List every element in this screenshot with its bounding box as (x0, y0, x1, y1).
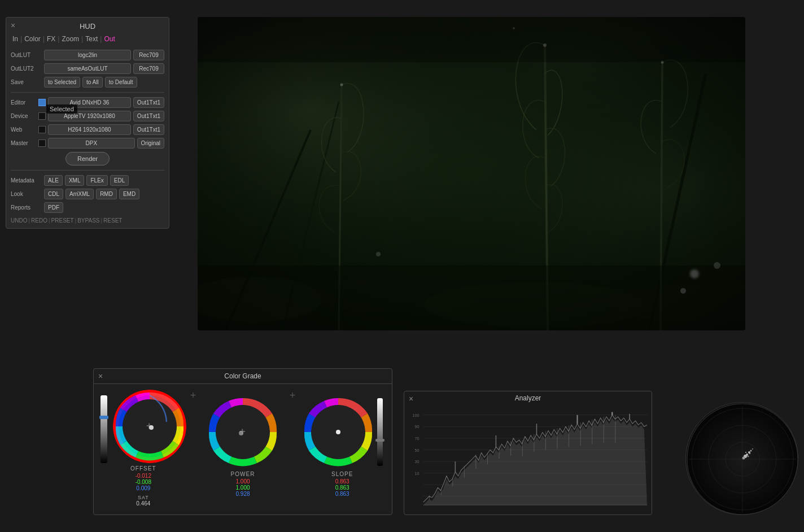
look-label: Look (11, 191, 42, 197)
save-to-default-button[interactable]: to Default (105, 77, 137, 88)
close-color-grade-icon[interactable]: × (98, 372, 103, 381)
svg-point-85 (745, 452, 746, 453)
svg-point-83 (750, 450, 752, 452)
master-txt-btn[interactable]: Original (137, 138, 164, 149)
device-txt-btn[interactable]: Out1Txt1 (133, 111, 164, 121)
editor-txt-btn[interactable]: Out1Txt1 (133, 97, 164, 108)
slope-wheel-container: SLOPE 0.863 0.863 0.863 (298, 390, 386, 497)
metadata-row: Metadata ALE XML FLEx EDL (11, 175, 164, 186)
tab-text[interactable]: Text (84, 34, 99, 44)
power-wheel-container: + POWER 1.000 1.000 0.928 (199, 390, 287, 497)
svg-point-28 (149, 425, 154, 430)
save-row: Save to Selected to All to Default (11, 77, 164, 88)
device-label: Device (11, 113, 36, 119)
slope-color-wheel[interactable] (302, 395, 375, 469)
tab-out[interactable]: Out (102, 34, 116, 44)
power-values: 1.000 1.000 0.928 (235, 478, 250, 497)
tab-zoom[interactable]: Zoom (60, 34, 81, 44)
web-txt-btn[interactable]: Out1Txt1 (133, 124, 164, 135)
xml-btn[interactable]: XML (65, 175, 85, 186)
tab-color[interactable]: Color (23, 34, 42, 44)
save-to-all-button[interactable]: to All (82, 77, 103, 88)
tab-in[interactable]: In (11, 34, 20, 44)
cdl-btn[interactable]: CDL (44, 189, 63, 199)
emd-btn[interactable]: EMD (119, 189, 139, 199)
out-lut-rec709-btn[interactable]: Rec709 (133, 50, 164, 60)
out-lut2-rec709-btn[interactable]: Rec709 (133, 63, 164, 74)
web-format-btn[interactable]: H264 1920x1080 (48, 124, 131, 135)
device-row: Device AppleTV 1920x1080 Out1Txt1 (11, 111, 164, 121)
svg-text:50: 50 (415, 448, 420, 453)
svg-text:30: 30 (415, 459, 420, 464)
out-lut2-row: OutLUT2 sameAsOutLUT Rec709 (11, 63, 164, 74)
svg-text:100: 100 (413, 413, 420, 418)
editor-checkbox[interactable] (38, 99, 46, 106)
offset-wheel-container: + OFFSET -0.012 -0.008 0.009 SAT 0.464 (99, 390, 187, 507)
reports-row: Reports PDF (11, 202, 164, 213)
video-preview (198, 17, 745, 330)
master-label: Master (11, 140, 36, 146)
sat-label: SAT (136, 495, 150, 500)
tab-fx[interactable]: FX (45, 34, 57, 44)
svg-rect-72 (615, 415, 615, 443)
vectorscope-display (686, 403, 799, 516)
svg-rect-70 (592, 420, 592, 444)
arrixml-btn[interactable]: ArriXML (65, 189, 94, 199)
metadata-label: Metadata (11, 177, 42, 184)
svg-rect-71 (604, 417, 604, 443)
nav-tabs: In | Color | FX | Zoom | Text | Out (11, 34, 164, 44)
close-analyzer-icon[interactable]: × (409, 394, 413, 403)
hud-panel: × HUD In | Color | FX | Zoom | Text | Ou… (6, 17, 169, 229)
master-format-btn[interactable]: DPX (48, 138, 135, 149)
svg-point-87 (749, 453, 750, 454)
svg-rect-67 (557, 428, 557, 448)
svg-text:10: 10 (415, 471, 420, 476)
svg-rect-60 (475, 455, 476, 469)
svg-rect-66 (545, 431, 546, 450)
svg-rect-57 (441, 490, 442, 495)
flex-btn[interactable]: FLEx (86, 175, 107, 186)
save-to-selected-button[interactable]: to Selected (44, 77, 80, 88)
close-hud-icon[interactable]: × (11, 21, 15, 30)
out-lut-btn1[interactable]: logc2lin (44, 50, 131, 60)
power-label: POWER (231, 471, 255, 477)
svg-rect-65 (534, 434, 534, 452)
editor-row: Editor Avid DNxHD 36 Out1Txt1 (11, 97, 164, 108)
bypass-btn[interactable]: BYPASS (77, 217, 99, 224)
ale-btn[interactable]: ALE (44, 175, 63, 186)
bottom-toolbar: UNDO | REDO | PRESET | BYPASS | RESET (11, 217, 164, 224)
preset-btn[interactable]: PRESET (51, 217, 74, 224)
edl-btn[interactable]: EDL (110, 175, 129, 186)
svg-rect-58 (452, 478, 453, 486)
analyzer-panel: × Analyzer 100 90 70 50 30 10 (404, 391, 652, 515)
reset-btn[interactable]: RESET (103, 217, 122, 224)
redo-btn[interactable]: REDO (31, 217, 47, 224)
analyzer-content: 100 90 70 50 30 10 (404, 405, 652, 512)
waveform-display: 100 90 70 50 30 10 (409, 407, 647, 510)
hud-title: × HUD (11, 22, 164, 30)
render-button[interactable]: Render (65, 152, 110, 165)
svg-rect-56 (429, 495, 430, 500)
analyzer-title: × Analyzer (404, 391, 652, 405)
slope-values: 0.863 0.863 0.863 (335, 478, 349, 497)
undo-btn[interactable]: UNDO (11, 217, 27, 224)
slope-label: SLOPE (331, 471, 353, 477)
offset-color-wheel[interactable]: + (113, 390, 186, 463)
pdf-btn[interactable]: PDF (44, 202, 63, 213)
look-row: Look CDL ArriXML RMD EMD (11, 189, 164, 199)
power-color-wheel[interactable]: + (206, 395, 279, 469)
out-lut-row: OutLUT logc2lin Rec709 (11, 50, 164, 60)
device-checkbox[interactable] (38, 112, 46, 120)
sat-slider[interactable] (100, 395, 107, 463)
out-lut2-btn1[interactable]: sameAsOutLUT (44, 63, 131, 74)
svg-point-33 (336, 430, 340, 434)
web-checkbox[interactable] (38, 126, 46, 133)
svg-rect-23 (198, 17, 745, 330)
save-label: Save (11, 79, 42, 85)
offset-label: OFFSET (130, 465, 156, 472)
svg-rect-62 (499, 446, 500, 459)
out-lut2-label: OutLUT2 (11, 66, 42, 72)
master-checkbox[interactable] (38, 139, 46, 147)
rmd-btn[interactable]: RMD (96, 189, 117, 199)
svg-rect-64 (522, 440, 523, 456)
